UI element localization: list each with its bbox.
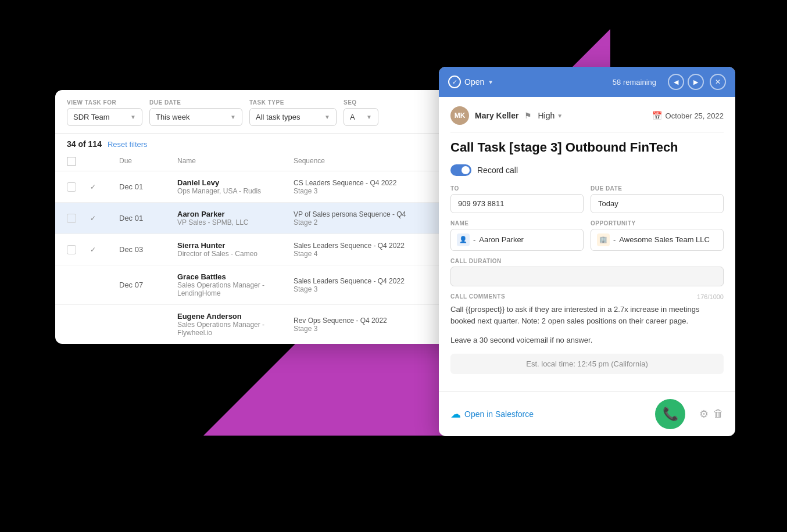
- task-title: Call Task [stage 3] Outbound FinTech: [450, 139, 724, 156]
- due-date-display: 📅 October 25, 2022: [652, 111, 724, 120]
- task-type-group: TASK TYPE All task types ▼: [249, 99, 337, 126]
- due-date-select[interactable]: This week ▼: [149, 108, 242, 126]
- task-type-select[interactable]: All task types ▼: [249, 108, 337, 126]
- row-check-icon[interactable]: ✓: [90, 182, 119, 191]
- view-task-for-label: VIEW TASK FOR: [67, 99, 142, 106]
- view-task-for-group: VIEW TASK FOR SDR Team ▼: [67, 99, 142, 126]
- due-col-header: Due: [119, 157, 177, 166]
- reset-filters-button[interactable]: Reset filters: [108, 140, 148, 149]
- status-badge[interactable]: ✓ Open ▼: [448, 76, 493, 88]
- due-date-group: DUE DATE This week ▼: [149, 99, 242, 126]
- chevron-down-icon: ▼: [230, 114, 236, 120]
- row-checkbox[interactable]: [67, 320, 90, 329]
- row-check-icon[interactable]: ✓: [90, 245, 119, 254]
- opp-dash: -: [613, 235, 616, 244]
- row-checkbox[interactable]: [67, 281, 90, 290]
- row-checkbox[interactable]: [67, 182, 90, 192]
- contact-icon: 👤: [457, 233, 470, 246]
- call-duration-input[interactable]: [450, 267, 724, 286]
- row-checkbox[interactable]: [67, 245, 90, 254]
- call-panel-header: ✓ Open ▼ 58 remaining ◀ ▶ ✕: [439, 67, 735, 97]
- table-row[interactable]: ✓ Dec 03 Sierra Hunter Director of Sales…: [55, 234, 485, 265]
- seq-select[interactable]: A ▼: [344, 108, 378, 126]
- due-date-input[interactable]: Today: [591, 194, 724, 213]
- row-sequence: CS Leaders Sequence - Q4 2022 Stage 3: [294, 179, 439, 195]
- record-call-label: Record call: [477, 166, 518, 175]
- due-date-field: DUE DATE Today: [591, 185, 724, 213]
- opportunity-input[interactable]: 🏢 - Awesome Sales Team LLC: [591, 229, 724, 251]
- name-value: -: [473, 235, 475, 244]
- task-type-label: TASK TYPE: [249, 99, 337, 106]
- call-panel-body: MK Mary Keller ⚑ High ▼ 📅 October 25, 20…: [439, 97, 735, 391]
- char-count: 176/1000: [697, 293, 724, 300]
- due-date-text: October 25, 2022: [666, 112, 724, 120]
- row-due: Dec 03: [119, 245, 177, 254]
- priority-dropdown-icon: ▼: [557, 113, 563, 119]
- view-task-for-value: SDR Team: [73, 113, 110, 121]
- close-button[interactable]: ✕: [710, 74, 726, 90]
- call-comments-text-1: Call {{prospect}} to ask if they are int…: [450, 304, 724, 328]
- row-contact: Daniel Levy Ops Manager, USA - Rudis: [177, 178, 294, 195]
- seq-value: A: [350, 113, 355, 121]
- row-contact: Aaron Parker VP Sales - SPMB, LLC: [177, 210, 294, 227]
- call-button[interactable]: 📞: [655, 399, 685, 429]
- task-list-panel: VIEW TASK FOR SDR Team ▼ DUE DATE This w…: [55, 90, 485, 344]
- task-type-value: All task types: [256, 113, 301, 121]
- avatar: MK: [450, 106, 469, 125]
- view-task-for-select[interactable]: SDR Team ▼: [67, 108, 142, 126]
- priority-select[interactable]: High ▼: [538, 111, 563, 120]
- table-header: Due Name Sequence: [55, 152, 485, 171]
- row-due: Dec 01: [119, 182, 177, 191]
- row-checkbox[interactable]: [67, 214, 90, 223]
- call-task-panel: ✓ Open ▼ 58 remaining ◀ ▶ ✕ MK Mary Kell…: [439, 67, 735, 436]
- name-field: NAME 👤 - Aaron Parker: [450, 220, 584, 251]
- salesforce-link-text: Open in Salesforce: [464, 409, 534, 419]
- call-comments-label: CALL COMMENTS: [450, 293, 505, 300]
- opportunity-label-field: OPPORTUNITY: [591, 220, 724, 227]
- task-panel-header: VIEW TASK FOR SDR Team ▼ DUE DATE This w…: [55, 90, 485, 134]
- to-label: TO: [450, 185, 584, 192]
- settings-icon[interactable]: ⚙: [699, 408, 709, 420]
- calendar-icon: 📅: [652, 111, 662, 120]
- trash-icon[interactable]: 🗑: [713, 408, 724, 420]
- select-all-checkbox[interactable]: [67, 157, 90, 166]
- row-sequence: VP of Sales persona Sequence - Q4 Stage …: [294, 210, 439, 227]
- call-duration-field: CALL DURATION: [450, 258, 724, 286]
- table-row[interactable]: ✓ Dec 01 Aaron Parker VP Sales - SPMB, L…: [55, 203, 485, 234]
- record-call-row: Record call: [450, 164, 724, 176]
- name-col-header: Name: [177, 157, 294, 166]
- task-count-row: 34 of 114 Reset filters: [55, 134, 485, 152]
- next-button[interactable]: ▶: [688, 74, 704, 90]
- row-check-icon[interactable]: ✓: [90, 214, 119, 222]
- check-col-header: [90, 157, 119, 166]
- call-panel-footer: ☁ Open in Salesforce 📞 ⚙ 🗑: [439, 391, 735, 436]
- row-sequence: Rev Ops Sequence - Q4 2022 Stage 3: [294, 317, 439, 333]
- row-contact: Grace Battles Sales Operations Manager -…: [177, 272, 294, 297]
- table-row[interactable]: ✓ Dec 01 Daniel Levy Ops Manager, USA - …: [55, 171, 485, 203]
- remaining-count: 58 remaining: [613, 78, 656, 87]
- sequence-col-header: Sequence: [294, 157, 439, 166]
- to-field: TO 909 973 8811: [450, 185, 584, 213]
- opportunity-field: OPPORTUNITY 🏢 - Awesome Sales Team LLC: [591, 220, 724, 251]
- priority-value: High: [538, 111, 555, 120]
- row-contact: Eugene Anderson Sales Operations Manager…: [177, 312, 294, 337]
- nav-buttons: ◀ ▶: [668, 74, 704, 90]
- flag-icon: ⚑: [524, 111, 532, 120]
- seq-label: SEQ: [344, 99, 378, 106]
- call-comments-header: CALL COMMENTS 176/1000: [450, 293, 724, 300]
- record-call-toggle[interactable]: [450, 164, 471, 176]
- avatar-initials: MK: [455, 112, 466, 120]
- to-input[interactable]: 909 973 8811: [450, 194, 584, 213]
- row-sequence: Sales Leaders Sequence - Q4 2022 Stage 3: [294, 277, 439, 293]
- table-row[interactable]: Eugene Anderson Sales Operations Manager…: [55, 305, 485, 344]
- name-label-field: NAME: [450, 220, 584, 227]
- salesforce-link[interactable]: ☁ Open in Salesforce: [450, 408, 534, 420]
- chevron-down-icon: ▼: [366, 114, 372, 120]
- table-row[interactable]: Dec 07 Grace Battles Sales Operations Ma…: [55, 265, 485, 305]
- prev-button[interactable]: ◀: [668, 74, 684, 90]
- task-table: Due Name Sequence ✓ Dec 01 Daniel Levy O…: [55, 152, 485, 344]
- check-circle-icon: ✓: [448, 76, 461, 88]
- chevron-down-icon: ▼: [130, 114, 136, 120]
- name-input[interactable]: 👤 - Aaron Parker: [450, 229, 584, 251]
- row-sequence: Sales Leaders Sequence - Q4 2022 Stage 4: [294, 242, 439, 258]
